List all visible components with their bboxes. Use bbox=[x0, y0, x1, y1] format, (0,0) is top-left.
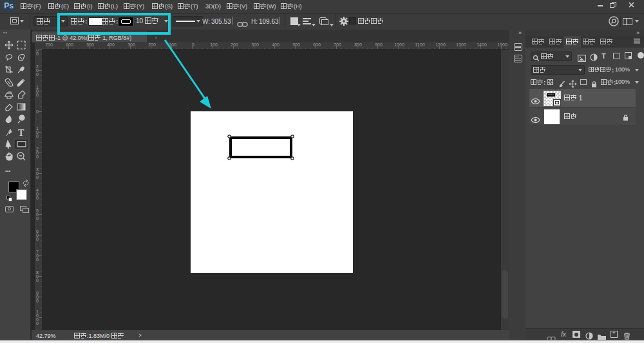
svg-text:•••: ••• bbox=[5, 168, 11, 174]
svg-text:T: T bbox=[18, 128, 24, 138]
